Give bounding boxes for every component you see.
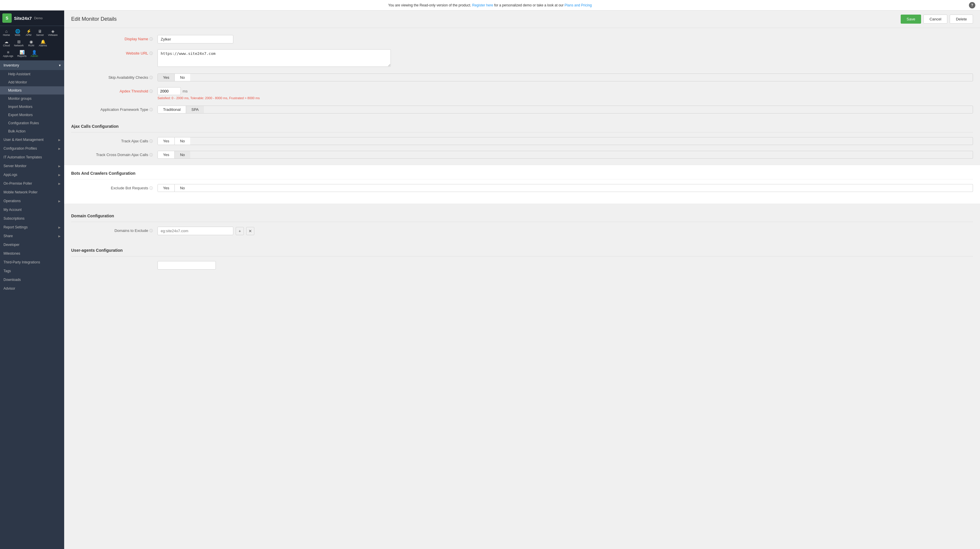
sidebar-item-applogs[interactable]: AppLogs ▶ bbox=[0, 170, 64, 179]
nav-icon-network[interactable]: ⊞ Network bbox=[12, 38, 25, 48]
sidebar-item-mobile-network[interactable]: Mobile Network Poller bbox=[0, 188, 64, 197]
sidebar-item-my-account[interactable]: My Account bbox=[0, 205, 64, 214]
developer-label: Developer bbox=[3, 243, 60, 247]
app-framework-spa-btn[interactable]: SPA bbox=[186, 106, 204, 113]
sidebar-item-subscriptions[interactable]: Subscriptions bbox=[0, 214, 64, 223]
website-url-control: https://www.site24x7.com bbox=[158, 49, 973, 68]
display-name-input[interactable] bbox=[158, 35, 233, 43]
exclude-bot-info-icon[interactable]: ⓘ bbox=[150, 186, 153, 191]
bots-section: Bots And Crawlers Configuration Exclude … bbox=[64, 164, 980, 204]
useragents-control bbox=[158, 261, 973, 269]
sidebar-item-downloads[interactable]: Downloads bbox=[0, 275, 64, 284]
track-cross-domain-yes-btn[interactable]: Yes bbox=[158, 151, 175, 158]
sidebar-item-report-settings[interactable]: Report Settings ▶ bbox=[0, 223, 64, 232]
sidebar-item-third-party[interactable]: Third-Party Integrations bbox=[0, 258, 64, 267]
nav-icon-rum[interactable]: ◉ RUM bbox=[26, 38, 37, 48]
website-url-info-icon[interactable]: ⓘ bbox=[150, 51, 153, 56]
sidebar-subitem-config-rules[interactable]: Configuration Rules bbox=[0, 119, 64, 127]
operations-label: Operations bbox=[3, 199, 56, 203]
plans-link[interactable]: Plans and Pricing bbox=[565, 3, 592, 7]
nav-icon-apm[interactable]: ⚡ APM bbox=[23, 28, 34, 38]
app-framework-control: Traditional SPA bbox=[158, 106, 973, 113]
domains-to-exclude-info-icon[interactable]: ⓘ bbox=[150, 228, 153, 233]
domains-to-exclude-control: + ✕ bbox=[158, 227, 973, 235]
sidebar-subitem-export-monitors[interactable]: Export Monitors bbox=[0, 111, 64, 119]
useragents-section: User-agents Configuration bbox=[71, 243, 973, 275]
sidebar-item-on-premise[interactable]: On-Premise Poller ▶ bbox=[0, 179, 64, 188]
nav-icon-admin[interactable]: 👤 Admin bbox=[29, 49, 40, 59]
top-banner: You are viewing the Read-only version of… bbox=[0, 0, 980, 11]
sidebar-item-config-profiles[interactable]: Configuration Profiles ▶ bbox=[0, 144, 64, 153]
display-name-info-icon[interactable]: ⓘ bbox=[150, 37, 153, 42]
website-url-label: Website URL ⓘ bbox=[71, 49, 153, 56]
track-ajax-control: Yes No bbox=[158, 137, 973, 145]
page-header: Edit Monitor Details Save Cancel Delete bbox=[64, 11, 980, 28]
nav-icon-vmware[interactable]: ◈ VMware bbox=[46, 28, 59, 38]
skip-availability-control: Yes No bbox=[158, 73, 973, 81]
track-ajax-info-icon[interactable]: ⓘ bbox=[150, 139, 153, 144]
ajax-section: Ajax Calls Configuration Track Ajax Call… bbox=[71, 119, 973, 164]
banner-plans-text: for a personalized demo or take a look a… bbox=[494, 3, 563, 7]
on-premise-label: On-Premise Poller bbox=[3, 181, 56, 186]
remove-domain-button[interactable]: ✕ bbox=[246, 227, 255, 235]
sidebar-subitem-import-monitors[interactable]: Import Monitors bbox=[0, 103, 64, 111]
apdex-input[interactable] bbox=[158, 87, 181, 95]
domains-to-exclude-input[interactable] bbox=[158, 227, 233, 235]
track-ajax-yes-btn[interactable]: Yes bbox=[158, 137, 175, 145]
sidebar-subitem-add-monitor[interactable]: Add Monitor bbox=[0, 78, 64, 86]
domains-to-exclude-row: Domains to Exclude ⓘ + ✕ bbox=[71, 227, 973, 235]
bulk-action-label: Bulk Action bbox=[8, 129, 25, 133]
sidebar-item-developer[interactable]: Developer bbox=[0, 240, 64, 249]
track-cross-domain-no-btn[interactable]: No bbox=[175, 151, 190, 158]
sidebar-item-it-automation[interactable]: IT Automation Templates bbox=[0, 153, 64, 162]
skip-availability-yes-btn[interactable]: Yes bbox=[158, 74, 175, 81]
app-framework-toggle: Traditional SPA bbox=[158, 106, 973, 113]
cancel-button[interactable]: Cancel bbox=[923, 14, 947, 24]
sidebar-item-milestones[interactable]: Milestones bbox=[0, 249, 64, 258]
exclude-bot-yes-btn[interactable]: Yes bbox=[158, 185, 175, 192]
add-domain-button[interactable]: + bbox=[235, 227, 244, 235]
help-icon[interactable]: ? bbox=[969, 2, 975, 8]
nav-icon-applogs[interactable]: ≡ AppLogs bbox=[1, 49, 15, 59]
exclude-bot-control: Yes No bbox=[158, 184, 973, 192]
my-account-label: My Account bbox=[3, 208, 60, 212]
ajax-section-title: Ajax Calls Configuration bbox=[71, 119, 973, 132]
track-cross-domain-info-icon[interactable]: ⓘ bbox=[150, 153, 153, 158]
server-monitor-arrow: ▶ bbox=[58, 164, 60, 168]
sidebar-item-advisor[interactable]: Advisor bbox=[0, 284, 64, 293]
save-button[interactable]: Save bbox=[900, 14, 921, 24]
sidebar-subitem-bulk-action[interactable]: Bulk Action bbox=[0, 127, 64, 135]
server-monitor-label: Server Monitor bbox=[3, 164, 56, 168]
nav-icon-web[interactable]: 🌐 Web bbox=[12, 28, 23, 38]
sidebar-subitem-monitor-groups[interactable]: Monitor groups bbox=[0, 94, 64, 103]
track-ajax-no-btn[interactable]: No bbox=[175, 137, 190, 145]
skip-availability-label-text: Skip Availability Checks bbox=[108, 75, 148, 80]
app-framework-traditional-btn[interactable]: Traditional bbox=[158, 106, 186, 113]
delete-button[interactable]: Delete bbox=[950, 14, 973, 24]
nav-icon-reports[interactable]: 📊 Reports bbox=[16, 49, 29, 59]
nav-icon-alarms[interactable]: 🔔 Alarms bbox=[37, 38, 49, 48]
sidebar-subitem-help-assistant[interactable]: Help Assistant bbox=[0, 70, 64, 78]
help-assistant-label: Help Assistant bbox=[8, 72, 30, 76]
skip-availability-no-btn[interactable]: No bbox=[175, 74, 190, 81]
sidebar-item-share[interactable]: Share ▶ bbox=[0, 232, 64, 240]
nav-icon-server[interactable]: 🖥 Server bbox=[34, 28, 46, 38]
register-link[interactable]: Register here bbox=[472, 3, 493, 7]
nav-icon-cloud[interactable]: ☁ Cloud bbox=[1, 38, 12, 48]
app-framework-info-icon[interactable]: ⓘ bbox=[150, 107, 153, 112]
sidebar-item-inventory[interactable]: Inventory ▾ bbox=[0, 60, 64, 70]
skip-availability-info-icon[interactable]: ⓘ bbox=[150, 75, 153, 80]
sidebar-item-tags[interactable]: Tags bbox=[0, 267, 64, 275]
nav-icon-home[interactable]: ⌂ Home bbox=[1, 28, 12, 38]
website-url-input[interactable]: https://www.site24x7.com bbox=[158, 49, 391, 67]
sidebar-item-operations[interactable]: Operations ▶ bbox=[0, 197, 64, 205]
sidebar-item-server-monitor[interactable]: Server Monitor ▶ bbox=[0, 162, 64, 170]
exclude-bot-no-btn[interactable]: No bbox=[175, 185, 190, 192]
useragents-input[interactable] bbox=[158, 261, 216, 269]
report-settings-arrow: ▶ bbox=[58, 226, 60, 229]
apdex-info-icon[interactable]: ⓘ bbox=[150, 89, 153, 94]
config-profiles-arrow: ▶ bbox=[58, 147, 60, 150]
sidebar-item-user-alert[interactable]: User & Alert Management ▶ bbox=[0, 135, 64, 144]
subscriptions-label: Subscriptions bbox=[3, 216, 60, 221]
sidebar-subitem-monitors[interactable]: Monitors bbox=[0, 86, 64, 94]
